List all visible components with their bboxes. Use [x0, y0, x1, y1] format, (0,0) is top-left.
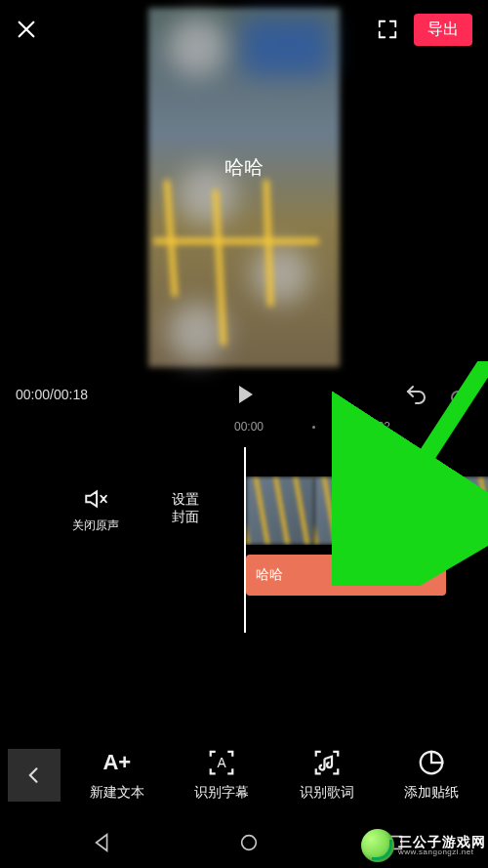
lyrics-scan-icon	[312, 749, 342, 776]
system-back-icon[interactable]	[92, 832, 113, 857]
add-sticker-tool[interactable]: 添加贴纸	[404, 749, 459, 802]
ruler-time-0: 00:00	[234, 420, 264, 434]
clip-thumbnail[interactable]	[314, 476, 383, 545]
time-ruler[interactable]: 00:00 00:02	[0, 420, 488, 443]
watermark-line1: 三公子游戏网	[398, 835, 486, 848]
add-sticker-label: 添加贴纸	[404, 784, 459, 802]
cover-label-line1: 设置	[146, 490, 224, 508]
video-preview[interactable]	[0, 8, 488, 369]
svg-text:A: A	[218, 756, 227, 770]
watermark: 三公子游戏网 www.sangongzi.net	[361, 829, 486, 862]
detect-caption-tool[interactable]: A 识别字幕	[194, 749, 249, 802]
new-text-icon: A+	[102, 749, 132, 776]
text-clip[interactable]: 哈哈	[246, 555, 446, 596]
watermark-line2: www.sangongzi.net	[398, 848, 486, 856]
cover-label-line2: 封面	[146, 508, 224, 525]
clip-thumbnail[interactable]	[246, 476, 314, 545]
svg-point-4	[242, 836, 257, 850]
playback-row: 00:00/00:18	[0, 375, 488, 414]
redo-icon[interactable]	[449, 383, 472, 406]
ruler-time-2: 00:02	[361, 420, 390, 434]
bottom-toolbar: A+ 新建文本 A 识别字幕 识别歌词 添加贴纸	[0, 729, 488, 821]
timeline[interactable]: 关闭原声 设置 封面 + 哈哈	[0, 447, 488, 642]
add-clip-button[interactable]: +	[439, 488, 482, 531]
play-icon[interactable]	[239, 386, 253, 403]
new-text-label: 新建文本	[90, 784, 144, 802]
time-indicator: 00:00/00:18	[16, 387, 88, 402]
detect-lyrics-label: 识别歌词	[300, 784, 354, 802]
playhead[interactable]	[244, 447, 246, 633]
ruler-tick	[312, 426, 315, 429]
detect-lyrics-tool[interactable]: 识别歌词	[300, 749, 354, 802]
detect-caption-label: 识别字幕	[194, 784, 249, 802]
speaker-mute-icon	[83, 486, 108, 512]
back-button[interactable]	[8, 749, 61, 802]
mute-original-audio[interactable]: 关闭原声	[59, 486, 132, 534]
mute-label: 关闭原声	[59, 517, 132, 534]
sticker-icon	[417, 749, 446, 776]
new-text-tool[interactable]: A+ 新建文本	[90, 749, 144, 802]
system-home-icon[interactable]	[238, 832, 260, 857]
caption-scan-icon: A	[207, 749, 236, 776]
watermark-logo-icon	[361, 829, 394, 862]
set-cover-button[interactable]: 设置 封面	[146, 490, 224, 525]
undo-icon[interactable]	[404, 383, 427, 406]
ruler-tick	[444, 426, 447, 429]
text-clip-label: 哈哈	[256, 566, 283, 584]
